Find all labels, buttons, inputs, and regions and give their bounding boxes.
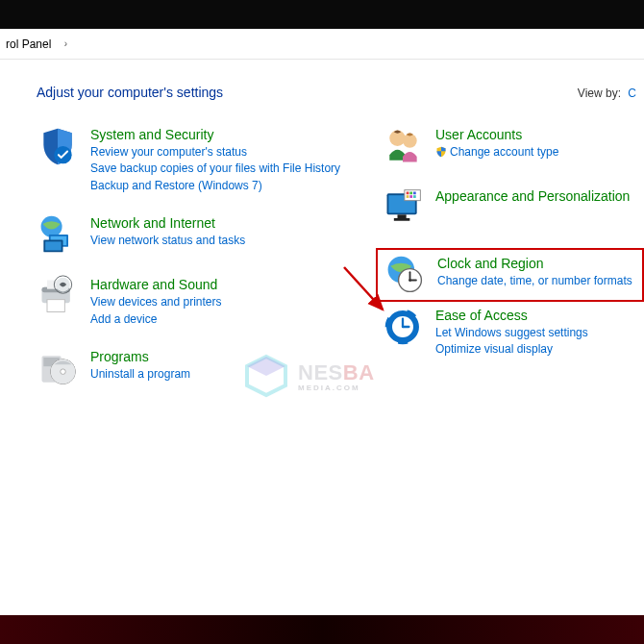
svg-rect-24 (407, 192, 409, 195)
category-link[interactable]: View devices and printers (90, 294, 222, 310)
svg-rect-27 (407, 195, 409, 198)
category-columns: System and Security Review your computer… (0, 125, 644, 409)
view-by-label: View by: (578, 87, 621, 100)
view-by-control[interactable]: View by: C (578, 87, 636, 100)
top-dark-bar (0, 0, 644, 29)
category-link[interactable]: Add a device (90, 311, 222, 328)
category-title[interactable]: Hardware and Sound (90, 277, 222, 292)
category-link[interactable]: Let Windows suggest settings (435, 325, 588, 341)
monitor-personalize-icon (382, 186, 424, 229)
category-system-security: System and Security Review your computer… (37, 125, 351, 194)
svg-rect-22 (394, 218, 410, 221)
svg-rect-5 (45, 242, 61, 251)
category-title[interactable]: Appearance and Personalization (435, 188, 630, 204)
address-bar[interactable]: rol Panel › (0, 29, 644, 60)
svg-rect-29 (413, 195, 416, 198)
svg-point-34 (409, 279, 411, 282)
category-link[interactable]: Optimize visual display (435, 341, 588, 358)
heading-row: Adjust your computer's settings View by:… (0, 85, 644, 100)
svg-rect-26 (413, 192, 416, 195)
category-title[interactable]: Clock and Region (437, 256, 632, 271)
bottom-dark-bar (0, 615, 644, 644)
category-link-shielded[interactable]: Change account type (435, 144, 558, 161)
category-link[interactable]: Change date, time, or number formats (437, 273, 632, 289)
ease-of-access-icon (382, 306, 424, 348)
printer-icon (37, 275, 79, 317)
category-title[interactable]: Network and Internet (90, 215, 245, 231)
category-clock-region: Clock and Region Change date, time, or n… (376, 248, 644, 302)
category-link[interactable]: Backup and Restore (Windows 7) (90, 178, 340, 194)
category-link[interactable]: View network status and tasks (90, 233, 245, 249)
category-link[interactable]: Review your computer's status (90, 144, 340, 161)
category-link[interactable]: Uninstall a program (90, 366, 190, 383)
content-area: Adjust your computer's settings View by:… (0, 60, 644, 615)
category-ease-of-access: Ease of Access Let Windows suggest setti… (382, 306, 644, 359)
breadcrumb-arrow-icon[interactable]: › (57, 38, 74, 49)
clock-globe-icon (384, 254, 426, 296)
control-panel-window: rol Panel › Adjust your computer's setti… (0, 29, 644, 615)
right-column: User Accounts Change account type (360, 125, 644, 409)
svg-rect-9 (47, 300, 64, 312)
category-network: Network and Internet View network status… (37, 213, 351, 256)
svg-rect-25 (409, 192, 412, 195)
shield-icon (37, 125, 79, 167)
svg-rect-21 (398, 214, 407, 218)
disc-box-icon (37, 347, 79, 389)
category-user-accounts: User Accounts Change account type (382, 125, 644, 167)
category-hardware: Hardware and Sound View devices and prin… (37, 275, 351, 328)
category-title[interactable]: User Accounts (435, 127, 558, 142)
uac-shield-icon (435, 146, 447, 158)
category-appearance: Appearance and Personalization (382, 186, 644, 229)
category-title[interactable]: Ease of Access (435, 308, 588, 323)
view-by-value[interactable]: C (628, 87, 636, 100)
page-title: Adjust your computer's settings (37, 85, 223, 100)
svg-point-16 (61, 369, 66, 375)
breadcrumb-segment[interactable]: rol Panel (0, 37, 57, 51)
category-title[interactable]: Programs (90, 349, 190, 364)
users-icon (382, 125, 424, 167)
category-title[interactable]: System and Security (90, 127, 340, 142)
category-programs: Programs Uninstall a program (37, 347, 351, 389)
left-column: System and Security Review your computer… (0, 125, 351, 409)
svg-rect-28 (409, 195, 412, 198)
globe-network-icon (37, 213, 79, 256)
category-link[interactable]: Save backup copies of your files with Fi… (90, 161, 340, 177)
